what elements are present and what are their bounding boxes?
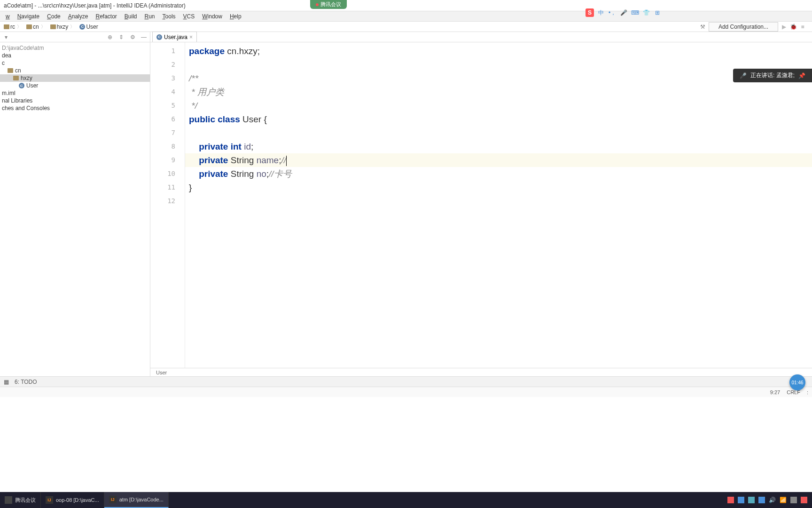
menu-navigate[interactable]: Navigate <box>14 12 43 21</box>
tree-item[interactable]: c <box>0 59 150 67</box>
tree-item[interactable]: m.iml <box>0 89 150 97</box>
tree-root[interactable]: D:\javaCode\atm <box>0 44 150 52</box>
meeting-badge[interactable]: 腾讯会议 <box>310 0 347 9</box>
project-toolbar: ▾ ⊕ ⇕ ⚙ — <box>0 32 150 42</box>
ime-mic-icon[interactable]: 🎤 <box>619 8 628 17</box>
tray-icon[interactable] <box>748 497 755 503</box>
code-line[interactable]: * 用户类 <box>185 85 812 99</box>
code-area[interactable]: package cn.hxzy;/** * 用户类 */public class… <box>185 42 812 368</box>
menu-vcs[interactable]: VCS <box>180 12 199 21</box>
tree-item[interactable]: dea <box>0 52 150 59</box>
code-line[interactable]: /** <box>185 71 812 85</box>
system-tray: 🔊 📶 <box>727 497 812 503</box>
target-icon[interactable]: ⊕ <box>107 34 113 40</box>
menu-window[interactable]: Window <box>198 12 226 21</box>
ime-cloud-icon[interactable]: 👕 <box>642 8 650 17</box>
line-number: 6 <box>150 112 185 126</box>
class-icon: C <box>19 83 24 88</box>
menu-tools[interactable]: Tools <box>159 12 180 21</box>
window-title: aCode\atm] - ...\src\cn\hxzy\User.java [… <box>4 2 186 9</box>
crumb-cn[interactable]: cn <box>24 24 47 30</box>
code-line[interactable] <box>185 126 812 140</box>
menu-run[interactable]: Run <box>141 12 159 21</box>
run-icon[interactable]: ▶ <box>780 23 788 31</box>
line-number: 5 <box>150 99 185 112</box>
code-line[interactable] <box>185 194 812 208</box>
editor-breadcrumb[interactable]: User <box>150 368 812 376</box>
ime-lang-icon[interactable]: 中 <box>597 8 605 17</box>
tree-item[interactable]: nal Libraries <box>0 97 150 104</box>
network-icon[interactable]: 📶 <box>780 497 787 503</box>
sogou-icon[interactable]: S <box>586 8 594 17</box>
collapse-icon[interactable]: ⇕ <box>118 34 125 40</box>
tab-bar: C User.java × <box>150 32 812 42</box>
tree-item[interactable]: cn <box>0 67 150 74</box>
crumb-hxzy[interactable]: hxzy <box>48 24 77 30</box>
pin-icon[interactable]: 📌 <box>798 72 805 79</box>
line-number: 8 <box>150 140 185 153</box>
crumb-User[interactable]: CUser <box>78 24 102 30</box>
code-line[interactable]: private String name;// <box>185 153 812 167</box>
timer-badge[interactable]: 01:46 <box>789 374 805 390</box>
hammer-icon[interactable]: ⚒ <box>699 23 707 31</box>
taskbar: 腾讯会议IJoop-08 [D:\javaC...IJatm [D:\javaC… <box>0 492 812 508</box>
taskbar-item[interactable]: IJoop-08 [D:\javaC... <box>41 492 104 508</box>
gear-icon[interactable]: ⚙ <box>129 34 136 40</box>
gutter: 123456789101112 <box>150 42 185 368</box>
line-number: 2 <box>150 58 185 71</box>
add-configuration-button[interactable]: Add Configuration... <box>709 22 778 32</box>
menu-help[interactable]: Help <box>226 12 245 21</box>
folder-icon <box>50 24 56 29</box>
code-line[interactable] <box>185 58 812 71</box>
code-line[interactable]: private int id; <box>185 140 812 153</box>
editor-panel: C User.java × 123456789101112 package cn… <box>150 32 812 376</box>
taskbar-item[interactable]: 腾讯会议 <box>0 492 41 508</box>
ime-keyboard-icon[interactable]: ⌨ <box>631 8 639 17</box>
taskbar-item[interactable]: IJatm [D:\javaCode... <box>104 492 169 508</box>
code-line[interactable]: private String no;//卡号 <box>185 167 812 181</box>
todo-tab[interactable]: 6: TODO <box>15 379 37 385</box>
intellij-icon: IJ <box>46 496 53 504</box>
menu-w[interactable]: w <box>2 12 14 21</box>
volume-icon[interactable]: 🔊 <box>769 497 776 503</box>
status-sep: : <box>807 389 808 395</box>
line-number: 7 <box>150 126 185 140</box>
line-number: 11 <box>150 181 185 194</box>
menu-build[interactable]: Build <box>121 12 141 21</box>
tray-icon[interactable] <box>758 497 765 503</box>
project-tree[interactable]: D:\javaCode\atm deaccnhxzyCUserm.imlnal … <box>0 42 150 114</box>
mic-icon: 🎤 <box>740 72 747 79</box>
code-line[interactable]: } <box>185 181 812 194</box>
tree-item[interactable]: ches and Consoles <box>0 104 150 112</box>
dropdown-icon[interactable]: ▾ <box>3 34 9 40</box>
tray-icon[interactable] <box>790 497 797 503</box>
stop-icon[interactable]: ■ <box>799 23 806 31</box>
code-line[interactable]: */ <box>185 99 812 112</box>
close-icon[interactable]: × <box>189 34 193 40</box>
taskbar-left: 腾讯会议IJoop-08 [D:\javaC...IJatm [D:\javaC… <box>0 492 169 508</box>
menu-analyze[interactable]: Analyze <box>64 12 92 21</box>
hide-icon[interactable]: — <box>141 34 147 40</box>
ime-punct-icon[interactable]: •， <box>608 8 617 17</box>
tray-icon[interactable] <box>727 497 734 503</box>
folder-icon <box>26 24 32 29</box>
editor-body[interactable]: 123456789101112 package cn.hxzy;/** * 用户… <box>150 42 812 368</box>
crumb-rc[interactable]: rc <box>2 24 23 30</box>
record-icon <box>316 3 319 6</box>
folder-icon <box>4 24 9 29</box>
tray-icon[interactable] <box>801 497 807 503</box>
menu-refactor[interactable]: Refactor <box>92 12 120 21</box>
tab-user-java[interactable]: C User.java × <box>152 32 197 42</box>
debug-icon[interactable]: 🐞 <box>789 23 797 31</box>
tree-item[interactable]: CUser <box>0 82 150 89</box>
tree-item[interactable]: hxzy <box>0 74 150 82</box>
code-line[interactable]: package cn.hxzy; <box>185 44 812 58</box>
tray-icon[interactable] <box>738 497 744 503</box>
bottom-icon[interactable]: ▦ <box>4 379 9 385</box>
ime-grid-icon[interactable]: ⊞ <box>653 8 662 17</box>
menu-code[interactable]: Code <box>43 12 64 21</box>
code-line[interactable]: public class User { <box>185 112 812 126</box>
project-panel: ▾ ⊕ ⇕ ⚙ — D:\javaCode\atm deaccnhxzyCUse… <box>0 32 150 376</box>
class-icon: C <box>156 34 162 40</box>
class-icon: C <box>79 24 85 30</box>
